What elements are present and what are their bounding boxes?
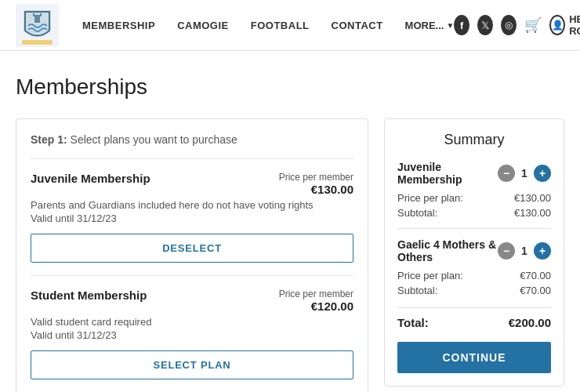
- facebook-icon[interactable]: f: [454, 15, 469, 35]
- plan-price-juvenile: €130.00: [279, 183, 353, 196]
- step-label: Step 1:: [31, 133, 67, 146]
- nav-link-camogie[interactable]: CAMOGIE: [177, 20, 229, 31]
- nav-right-icons: f 𝕏 ◎ 🛒 👤 HELLO ROYAL: [454, 13, 580, 37]
- step-text: Select plans you want to purchase: [71, 133, 237, 146]
- plan-price-student: €120.00: [279, 299, 353, 313]
- summary-price-plan-label-juvenile: Price per plan:: [397, 192, 463, 204]
- summary-panel: Summary Juvenile Membership − 1 + Price …: [384, 118, 564, 387]
- summary-divider-2: [397, 307, 551, 308]
- navbar: MEMBERSHIP CAMOGIE FOOTBALL CONTACT MORE…: [0, 0, 580, 51]
- nav-links: MEMBERSHIP CAMOGIE FOOTBALL CONTACT MORE…: [82, 20, 454, 31]
- svg-rect-3: [40, 13, 42, 16]
- summary-qty-controls-juvenile: − 1 +: [498, 165, 551, 182]
- twitter-icon[interactable]: 𝕏: [477, 15, 493, 35]
- summary-price-plan-juvenile: €130.00: [514, 192, 551, 204]
- site-logo[interactable]: [16, 4, 59, 47]
- nav-link-membership[interactable]: MEMBERSHIP: [82, 20, 155, 31]
- summary-price-plan-gaelic4: €70.00: [520, 270, 551, 281]
- summary-subtotal-label-juvenile: Subtotal:: [397, 207, 437, 219]
- plans-panel: Step 1: Select plans you want to purchas…: [16, 118, 368, 392]
- plan-name-student: Student Membership: [31, 289, 147, 302]
- qty-minus-juvenile[interactable]: −: [498, 165, 515, 182]
- svg-rect-2: [33, 13, 34, 16]
- plan-desc-juvenile: Parents and Guardians included here do n…: [31, 199, 353, 211]
- select-student-button[interactable]: SELECT PLAN: [31, 350, 353, 379]
- continue-button[interactable]: CONTINUE: [397, 342, 551, 373]
- svg-rect-4: [22, 40, 53, 45]
- plan-price-label-student: Price per member: [279, 289, 353, 299]
- user-name: HELLO ROYAL: [569, 13, 580, 37]
- qty-plus-juvenile[interactable]: +: [534, 165, 551, 182]
- qty-plus-gaelic4[interactable]: +: [534, 242, 551, 260]
- instagram-icon[interactable]: ◎: [501, 15, 517, 35]
- nav-link-football[interactable]: FOOTBALL: [251, 20, 310, 31]
- nav-link-contact[interactable]: CONTACT: [332, 20, 383, 31]
- plan-item-student: Student Membership Price per member €120…: [31, 275, 353, 392]
- plan-name-juvenile: Juvenile Membership: [31, 172, 150, 185]
- cart-icon[interactable]: 🛒: [524, 16, 542, 34]
- qty-value-gaelic4: 1: [519, 245, 530, 257]
- summary-total-row: Total: €200.00: [397, 316, 551, 329]
- page-title: Memberships: [16, 74, 564, 100]
- user-menu[interactable]: 👤 HELLO ROYAL: [549, 13, 580, 37]
- svg-rect-1: [34, 15, 40, 23]
- page-content: Memberships Step 1: Select plans you wan…: [0, 51, 580, 392]
- summary-subtotal-gaelic4: €70.00: [520, 285, 551, 296]
- user-avatar-circle: 👤: [549, 15, 565, 35]
- plan-validity-juvenile: Valid until 31/12/23: [31, 212, 353, 224]
- deselect-juvenile-button[interactable]: DESELECT: [31, 234, 353, 263]
- qty-value-juvenile: 1: [519, 167, 530, 180]
- main-layout: Step 1: Select plans you want to purchas…: [16, 118, 564, 392]
- summary-divider-1: [397, 228, 551, 229]
- summary-subtotal-juvenile: €130.00: [514, 207, 551, 219]
- total-value: €200.00: [509, 316, 551, 329]
- summary-item-name-gaelic4: Gaelic 4 Mothers & Others: [397, 238, 498, 263]
- plan-price-label-juvenile: Price per member: [279, 172, 353, 183]
- summary-item-gaelic4: Gaelic 4 Mothers & Others − 1 + Price pe…: [397, 238, 551, 296]
- summary-item-name-juvenile: Juvenile Membership: [397, 161, 498, 186]
- nav-more-dropdown[interactable]: MORE... ▼: [405, 20, 455, 31]
- summary-item-juvenile: Juvenile Membership − 1 + Price per plan…: [397, 161, 551, 219]
- plan-item-juvenile: Juvenile Membership Price per member €13…: [31, 158, 353, 275]
- summary-subtotal-label-gaelic4: Subtotal:: [397, 285, 437, 296]
- nav-more-label: MORE...: [405, 20, 444, 31]
- plan-desc-student: Valid student card required: [31, 316, 353, 328]
- step-header: Step 1: Select plans you want to purchas…: [31, 133, 353, 146]
- summary-price-plan-label-gaelic4: Price per plan:: [397, 270, 463, 281]
- chevron-down-icon: ▼: [446, 21, 454, 30]
- total-label: Total:: [397, 316, 429, 329]
- summary-title: Summary: [397, 132, 551, 148]
- qty-minus-gaelic4[interactable]: −: [498, 242, 515, 260]
- plan-validity-student: Valid until 31/12/23: [31, 329, 353, 341]
- summary-qty-controls-gaelic4: − 1 +: [498, 242, 551, 260]
